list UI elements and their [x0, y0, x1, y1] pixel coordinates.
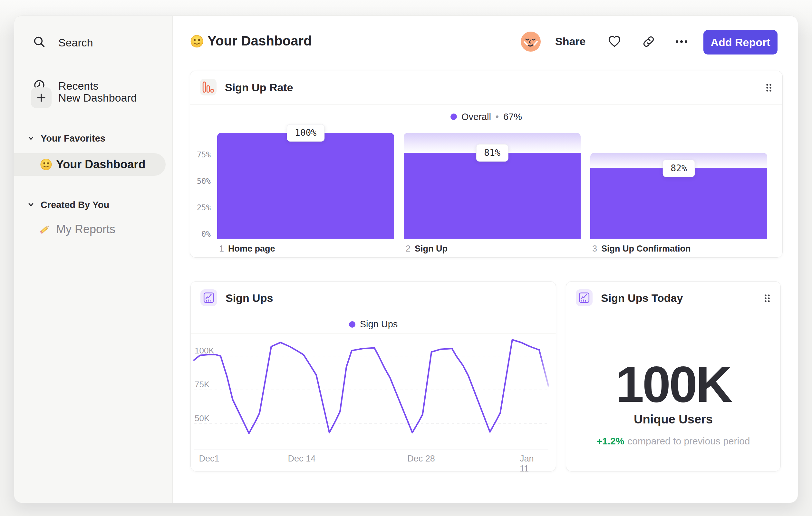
- funnel-y-tick: 75%: [191, 150, 211, 159]
- funnel-step-index: 1: [219, 244, 224, 254]
- stat-unit-label: Unique Users: [566, 412, 780, 426]
- stat-delta: +1.2%: [597, 436, 624, 446]
- funnel-step-name: Sign Up: [415, 244, 447, 254]
- line-legend: Sign Ups: [191, 315, 556, 334]
- funnel-tooltip: 82%: [663, 160, 695, 177]
- line-x-tick: Dec 28: [407, 454, 435, 464]
- user-avatar[interactable]: [520, 31, 541, 53]
- line-x-tick: Dec1: [199, 454, 219, 464]
- funnel-legend: Overall • 67%: [190, 110, 782, 124]
- sign-up-rate-card: Sign Up Rate Overall • 67% 0%25%50%75% 1…: [190, 71, 783, 258]
- signups-line-plot[interactable]: [194, 338, 548, 450]
- funnel-bar[interactable]: 81%: [404, 133, 581, 239]
- stat-delta-caption: compared to previous period: [627, 436, 750, 446]
- sidebar-section-created-by-you[interactable]: Created By You: [27, 200, 109, 210]
- funnel-tooltip: 100%: [287, 124, 324, 142]
- sidebar-item-your-dashboard[interactable]: Your Dashboard: [14, 153, 166, 176]
- add-report-button[interactable]: Add Report: [703, 30, 778, 55]
- funnel-step-name: Sign Up Confirmation: [601, 244, 691, 254]
- drag-handle-icon[interactable]: [763, 293, 771, 305]
- funnel-bar[interactable]: 100%: [217, 133, 394, 239]
- legend-dot: [349, 321, 355, 328]
- funnel-chart-icon: [200, 79, 216, 96]
- pencil-emoji-icon: [39, 222, 52, 236]
- sidebar-item-my-reports[interactable]: My Reports: [39, 222, 115, 236]
- stat-value: 100K: [566, 355, 780, 413]
- funnel-y-tick: 25%: [191, 203, 211, 212]
- funnel-step-index: 2: [406, 244, 410, 254]
- funnel-bar-fill: [590, 168, 767, 239]
- sidebar-item-search[interactable]: Search: [32, 34, 93, 51]
- favorite-heart-icon[interactable]: [607, 34, 621, 50]
- search-icon: [32, 34, 47, 51]
- line-y-tick: 50K: [195, 413, 209, 424]
- funnel-y-tick: 50%: [191, 177, 211, 186]
- line-x-tick: Jan 11: [520, 454, 544, 474]
- sidebar-item-label: New Dashboard: [58, 91, 137, 104]
- share-button[interactable]: Share: [555, 35, 586, 48]
- funnel-bar-fill: [217, 133, 394, 239]
- card-title: Sign Up Rate: [225, 81, 293, 94]
- app-window: Search Recents New Dashboard: [14, 16, 798, 503]
- legend-label: Overall: [461, 112, 491, 122]
- sidebar-item-label: My Reports: [56, 222, 115, 236]
- sidebar-item-new-dashboard[interactable]: New Dashboard: [31, 87, 137, 108]
- smiley-emoji-icon: [40, 158, 52, 171]
- legend-label: Sign Ups: [360, 319, 398, 330]
- line-y-tick: 100K: [195, 346, 214, 356]
- signups-line-series: [194, 340, 539, 433]
- dashboard-title-emoji-icon: [190, 34, 204, 49]
- funnel-bar-fill: [404, 153, 581, 239]
- section-label: Created By You: [40, 200, 109, 210]
- legend-dot: [451, 113, 457, 120]
- sidebar-section-your-favorites[interactable]: Your Favorites: [27, 133, 105, 144]
- sign-ups-today-card: Sign Ups Today 100K Unique Users +1.2%co…: [566, 281, 781, 471]
- section-label: Your Favorites: [40, 133, 105, 144]
- funnel-plot[interactable]: 100%81%82%: [217, 133, 767, 239]
- sidebar-item-label: Your Dashboard: [56, 158, 145, 171]
- funnel-y-tick: 0%: [191, 229, 211, 239]
- sidebar: Search Recents New Dashboard: [14, 16, 173, 503]
- copy-link-icon[interactable]: [642, 34, 656, 50]
- card-title: Sign Ups Today: [601, 292, 683, 304]
- divider: [190, 105, 782, 105]
- more-options-ellipsis-icon[interactable]: [674, 34, 689, 50]
- legend-value: 67%: [503, 112, 522, 122]
- page-background: Search Recents New Dashboard: [0, 0, 812, 516]
- funnel-y-axis: 0%25%50%75%: [191, 133, 211, 239]
- line-chart-icon: [200, 289, 217, 306]
- funnel-step-label: 1Home page: [219, 244, 275, 254]
- funnel-x-axis: 1Home page2Sign Up3Sign Up Confirmation: [217, 244, 767, 257]
- card-title: Sign Ups: [226, 292, 273, 304]
- chevron-down-icon: [27, 134, 35, 143]
- drag-handle-icon[interactable]: [765, 83, 773, 94]
- signups-line-series: [539, 350, 548, 386]
- funnel-bar[interactable]: 82%: [590, 133, 767, 239]
- stat-comparison: +1.2%compared to previous period: [566, 436, 780, 447]
- funnel-step-label: 2Sign Up: [406, 244, 447, 254]
- funnel-step-name: Home page: [228, 244, 275, 254]
- sign-ups-card: Sign Ups Sign Ups 100K75K50KDec1Dec 14De…: [191, 281, 556, 471]
- x-axis-line: [194, 450, 548, 450]
- line-chart-icon: [576, 289, 592, 306]
- funnel-step-label: 3Sign Up Confirmation: [592, 244, 691, 254]
- funnel-tooltip: 81%: [476, 144, 509, 162]
- line-x-tick: Dec 14: [288, 454, 316, 464]
- funnel-step-index: 3: [592, 244, 597, 254]
- line-y-tick: 75K: [195, 380, 209, 389]
- page-title: Your Dashboard: [207, 33, 312, 49]
- plus-icon: [31, 87, 52, 108]
- sidebar-item-label: Search: [58, 36, 93, 49]
- chevron-down-icon: [27, 200, 35, 210]
- legend-separator: •: [496, 112, 499, 122]
